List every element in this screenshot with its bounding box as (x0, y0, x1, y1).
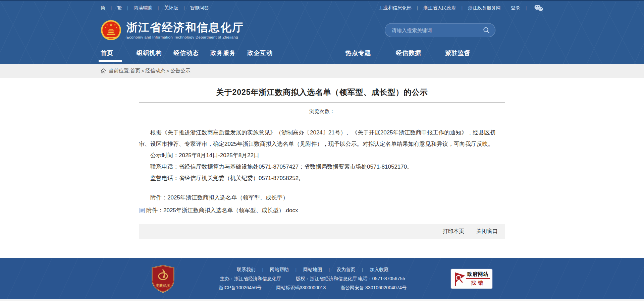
nav-item-home[interactable]: 首页 (101, 46, 113, 62)
search-button[interactable] (483, 27, 490, 34)
svg-text:★: ★ (114, 24, 116, 26)
party-badge-label: 党政机关 (156, 284, 171, 288)
miit-link[interactable]: 工业和信息化部 (379, 5, 412, 11)
site-map-link[interactable]: 网站地图 (303, 265, 322, 274)
reading-aid-link[interactable]: 阅读辅助 (133, 5, 152, 11)
site-subtitle: Economy and Information Technology Depar… (126, 35, 244, 39)
accessibility-version-link[interactable]: 关怀版 (164, 5, 178, 11)
breadcrumb-label: 当前位置: (109, 68, 130, 74)
svg-text:★: ★ (105, 26, 106, 28)
police-record-link[interactable]: 浙公网安备 33010602004074号 (340, 285, 407, 290)
search-input[interactable] (392, 27, 483, 33)
footer-icp-line: 浙ICP备10026456号 网站标识码3300000013 浙公网安备 330… (212, 283, 413, 292)
nav-item-organization[interactable]: 组织机构 (137, 46, 162, 62)
close-window-button[interactable]: 关闭窗口 (476, 228, 498, 235)
home-icon (101, 68, 106, 73)
copyright-label: 版权：浙江省经济和信息化厅 电话：0571-87056755 (296, 276, 405, 281)
separator: | (362, 265, 363, 274)
nav-item-topics[interactable]: 热点专题 (345, 46, 371, 62)
breadcrumb-separator: > (166, 68, 169, 74)
footer-links: 联系我们 | 网站帮助 | 网站地图 | 设为首页 | 加入收藏 (212, 265, 413, 274)
separator: | (526, 6, 527, 10)
site-title: 浙江省经济和信息化厅 (126, 21, 244, 34)
publicity-period: 公示时间：2025年8月14日-2025年8月22日 (139, 150, 505, 161)
nav-item-news[interactable]: 经信动态 (173, 46, 199, 62)
breadcrumb-separator: > (141, 68, 144, 74)
smart-qa-link[interactable]: 智能问答 (190, 5, 209, 11)
contact-us-link[interactable]: 联系我们 (237, 265, 256, 274)
site-help-link[interactable]: 网站帮助 (270, 265, 289, 274)
article-zone: 关于2025年浙江数商拟入选名单（领军型、成长型）的公示 浏览次数： 根据《关于… (0, 78, 644, 258)
breadcrumb-home-link[interactable]: 首页 (130, 68, 140, 74)
party-government-badge-icon[interactable]: 党政机关 (151, 265, 175, 293)
svg-text:★: ★ (109, 22, 113, 27)
article-body: 根据《关于推进浙江数商高质量发展的实施意见》（浙制高办〔2024〕21号）、《关… (139, 127, 505, 215)
breadcrumb-current: 公告公示 (170, 68, 191, 74)
supervision-phone: 监督电话：省经信厅机关党委（机关纪委）0571-87058252。 (139, 173, 505, 184)
add-favorite-link[interactable]: 加入收藏 (370, 265, 388, 274)
nav-item-services[interactable]: 政务服务 (210, 46, 236, 62)
error-finder-flag-icon (453, 271, 466, 287)
separator: | (329, 265, 330, 274)
national-emblem-icon: ★ ★ ★ ★ ★ (101, 20, 121, 41)
article-paragraph: 根据《关于推进浙江数商高质量发展的实施意见》（浙制高办〔2024〕21号）、《关… (139, 127, 505, 150)
print-page-button[interactable]: 打印本页 (443, 228, 464, 235)
login-link[interactable]: 登录 (511, 5, 520, 11)
bottom-strip (0, 299, 644, 301)
site-logo[interactable]: ★ ★ ★ ★ ★ 浙江省经济和信息化厅 Economy and Informa… (101, 20, 244, 41)
separator: | (158, 6, 159, 10)
header: 简 | 繁 | 阅读辅助 | 关怀版 | 智能问答 工业和信息化部 | 浙江省人… (0, 0, 644, 64)
wechat-icon[interactable] (534, 4, 543, 12)
separator: | (262, 265, 263, 274)
svg-text:★: ★ (106, 24, 108, 26)
gov-site-badge-title: 政府网站 (466, 271, 490, 279)
nav-item-interaction[interactable]: 政企互动 (247, 46, 273, 62)
separator: | (111, 6, 112, 10)
host-label: 主办：浙江省经济和信息化厅 (220, 276, 281, 281)
breadcrumb-section-link[interactable]: 经信动态 (145, 68, 165, 74)
separator: | (183, 6, 184, 10)
separator: | (127, 6, 128, 10)
footer-host-line: 主办：浙江省经济和信息化厅 版权：浙江省经济和信息化厅 电话：0571-8705… (212, 274, 413, 283)
attachment-download-row[interactable]: 附件：2025年浙江数商拟入选名单（领军型、成长型）.docx (139, 206, 505, 215)
attachment-link[interactable]: 附件：2025年浙江数商拟入选名单（领军型、成长型）.docx (146, 206, 298, 215)
lang-traditional-link[interactable]: 繁 (117, 5, 122, 11)
breadcrumb-bar: 当前位置: 首页 > 经信动态 > 公告公示 (0, 64, 644, 78)
icp-record-link[interactable]: 浙ICP备10026456号 (219, 285, 262, 290)
view-count-label: 浏览次数： (139, 108, 505, 115)
set-homepage-link[interactable]: 设为首页 (336, 265, 355, 274)
contact-phone: 联系电话：省经信厅数据算力与基础设施处0571-87057427；省数据局数据要… (139, 161, 505, 173)
zhejiang-gov-link[interactable]: 浙江省人民政府 (423, 5, 456, 11)
site-code-label: 网站标识码3300000013 (276, 285, 326, 290)
article-action-bar: 打印本页 关闭窗口 (139, 224, 505, 239)
main-navigation: 首页 组织机构 经信动态 政务服务 政企互动 热点专题 经信数据 派驻监督 (101, 46, 543, 64)
separator: | (296, 265, 297, 274)
nav-item-data[interactable]: 经信数据 (396, 46, 421, 62)
article-title: 关于2025年浙江数商拟入选名单（领军型、成长型）的公示 (139, 78, 505, 98)
nav-item-supervision[interactable]: 派驻监督 (445, 46, 471, 62)
lang-simplified-link[interactable]: 简 (101, 5, 105, 11)
separator: | (462, 6, 463, 10)
docx-file-icon (140, 208, 145, 213)
search-icon (483, 27, 490, 34)
separator: | (417, 6, 418, 10)
attachment-heading: 附件：2025年浙江数商拟入选名单（领军型、成长型） (139, 192, 505, 203)
svg-text:★: ★ (116, 26, 117, 28)
gov-site-badge-action: 找错 (466, 280, 490, 286)
gov-site-error-report-badge[interactable]: 政府网站 找错 (450, 268, 493, 289)
title-divider (139, 103, 505, 103)
footer: 党政机关 联系我们 | 网站帮助 | 网站地图 | 设为首页 | 加入收藏 主办… (0, 258, 644, 299)
zhejiang-service-net-link[interactable]: 浙江政务服务网 (468, 5, 501, 11)
search-box (385, 23, 495, 37)
top-utility-bar: 简 | 繁 | 阅读辅助 | 关怀版 | 智能问答 工业和信息化部 | 浙江省人… (101, 1, 543, 15)
breadcrumb: 当前位置: 首页 > 经信动态 > 公告公示 (101, 64, 543, 78)
footer-info: 联系我们 | 网站帮助 | 网站地图 | 设为首页 | 加入收藏 主办：浙江省经… (212, 265, 413, 292)
